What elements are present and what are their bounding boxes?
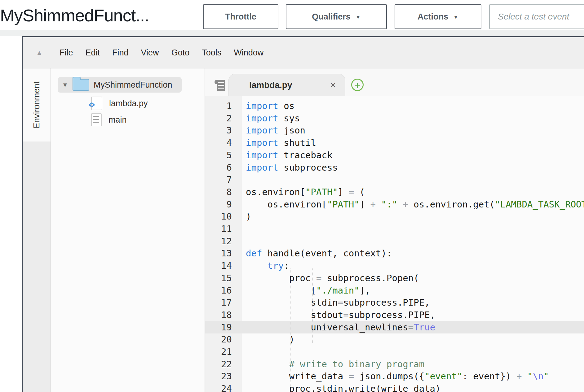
code-token-c: True	[414, 322, 435, 333]
code-token-o: =	[338, 297, 343, 308]
code-token-p: subprocess	[278, 162, 338, 173]
menu-item-edit[interactable]: Edit	[82, 48, 104, 58]
code-token-s: ":"	[381, 199, 397, 210]
code-token-o: +	[516, 371, 522, 381]
code-line[interactable]: def handle(event, context):	[246, 247, 392, 259]
code-token-o: +	[403, 199, 408, 210]
line-number[interactable]: 2	[205, 112, 232, 124]
editor-pane: lambda.py × + 1import os2import sys3impo…	[205, 68, 584, 392]
header-divider-band	[0, 30, 584, 36]
code-token-s: "	[527, 371, 533, 381]
code-line[interactable]: import shutil	[246, 137, 316, 149]
line-number[interactable]: 5	[205, 149, 232, 161]
code-token-p: json	[278, 125, 305, 136]
code-line[interactable]: # write to binary program	[246, 358, 424, 370]
code-line[interactable]: stdout=subprocess.PIPE,	[246, 309, 435, 321]
code-line[interactable]: proc = subprocess.Popen(	[246, 272, 419, 284]
code-token-p	[376, 199, 381, 210]
file-tree-panel: ▼ MyShimmedFunction ‹›lambda.pymain	[51, 68, 205, 392]
code-editor-surface[interactable]: 1import os2import sys3import json4import…	[205, 96, 584, 392]
tree-row-folder[interactable]: ▼ MyShimmedFunction	[58, 77, 182, 93]
line-number[interactable]: 23	[205, 370, 232, 382]
menu-item-view[interactable]: View	[137, 48, 163, 58]
code-line[interactable]: )	[246, 210, 251, 223]
code-token-o: =	[408, 322, 414, 333]
line-number[interactable]: 22	[205, 358, 232, 370]
qualifiers-dropdown-button[interactable]: Qualifiers ▼	[286, 4, 387, 29]
line-number[interactable]: 15	[205, 272, 232, 284]
code-token-p: stdout	[246, 310, 343, 320]
throttle-button[interactable]: Throttle	[203, 4, 278, 29]
code-token-p: os.environ[	[246, 199, 327, 210]
file-name-label: lambda.py	[109, 99, 148, 108]
code-token-k: try	[268, 260, 284, 271]
code-line[interactable]: try:	[246, 259, 289, 272]
code-brackets-glyph: ‹›	[88, 98, 94, 111]
close-icon[interactable]: ×	[330, 81, 336, 90]
code-line[interactable]: import os	[246, 100, 294, 112]
code-token-p	[522, 371, 527, 381]
line-number[interactable]: 4	[205, 137, 232, 149]
line-number[interactable]: 11	[205, 223, 232, 235]
menu-items: FileEditFindViewGotoToolsWindow	[53, 48, 270, 58]
test-event-select[interactable]: Select a test event	[489, 4, 584, 29]
line-number[interactable]: 12	[205, 235, 232, 247]
menu-item-goto[interactable]: Goto	[167, 48, 194, 58]
code-token-p: : event})	[462, 371, 516, 381]
line-number[interactable]: 10	[205, 210, 232, 223]
menu-item-tools[interactable]: Tools	[198, 48, 225, 58]
line-number[interactable]: 9	[205, 198, 232, 211]
tab-environment[interactable]: Environment	[23, 68, 51, 142]
file-name-label: main	[108, 115, 127, 125]
line-number[interactable]: 14	[205, 259, 232, 272]
code-line[interactable]: import subprocess	[246, 161, 338, 174]
menu-item-file[interactable]: File	[55, 48, 77, 58]
code-line[interactable]: universal_newlines=True	[246, 321, 435, 333]
menu-item-window[interactable]: Window	[230, 48, 268, 58]
code-line[interactable]: proc.stdin.write(write_data)	[246, 382, 441, 392]
tree-row-lambda-py[interactable]: ‹›lambda.py	[91, 96, 193, 111]
code-token-p: (	[354, 187, 365, 197]
line-number[interactable]: 6	[205, 161, 232, 174]
line-number[interactable]: 21	[205, 346, 232, 358]
line-number[interactable]: 20	[205, 333, 232, 346]
code-line[interactable]: import json	[246, 124, 305, 137]
code-line[interactable]: write_data = json.dumps({"event": event}…	[246, 370, 549, 382]
code-token-p: shutil	[278, 137, 316, 148]
code-token-s: "./main"	[316, 285, 360, 296]
code-line[interactable]: import traceback	[246, 149, 332, 161]
line-number[interactable]: 19	[205, 321, 232, 333]
line-number[interactable]: 8	[205, 186, 232, 198]
code-line[interactable]: ["./main"],	[246, 284, 370, 297]
line-number[interactable]: 1	[205, 100, 232, 112]
code-line[interactable]: )	[246, 333, 294, 346]
code-line[interactable]: stdin=subprocess.PIPE,	[246, 296, 430, 309]
code-token-p: proc	[246, 273, 316, 283]
line-number[interactable]: 17	[205, 296, 232, 309]
line-number[interactable]: 13	[205, 247, 232, 259]
code-line[interactable]: os.environ["PATH"] = (	[246, 186, 365, 198]
function-name-title: MyShimmedFunct...	[0, 2, 149, 28]
menu-item-find[interactable]: Find	[108, 48, 133, 58]
line-number[interactable]: 7	[205, 173, 232, 186]
disclosure-triangle-icon[interactable]: ▼	[62, 81, 70, 89]
tab-lambda-py[interactable]: lambda.py ×	[228, 74, 345, 96]
folder-icon	[73, 79, 89, 91]
code-token-o: =	[349, 187, 354, 197]
code-token-p: os	[278, 101, 294, 111]
line-number[interactable]: 24	[205, 382, 232, 392]
line-number[interactable]: 3	[205, 124, 232, 137]
tab-list-icon[interactable]	[215, 80, 225, 91]
tab-label: lambda.py	[249, 80, 292, 90]
environment-label: Environment	[32, 81, 42, 128]
new-tab-plus-icon[interactable]: +	[351, 79, 364, 91]
code-token-o: +	[370, 199, 376, 210]
collapse-panel-icon[interactable]: ▲	[35, 49, 44, 56]
code-line[interactable]: os.environ["PATH"] + ":" + os.environ.ge…	[246, 198, 584, 211]
code-token-k: import	[246, 125, 278, 136]
tree-row-main[interactable]: main	[91, 112, 193, 128]
actions-dropdown-button[interactable]: Actions ▼	[395, 4, 481, 29]
line-number[interactable]: 18	[205, 309, 232, 321]
line-number[interactable]: 16	[205, 284, 232, 297]
code-line[interactable]: import sys	[246, 112, 300, 124]
